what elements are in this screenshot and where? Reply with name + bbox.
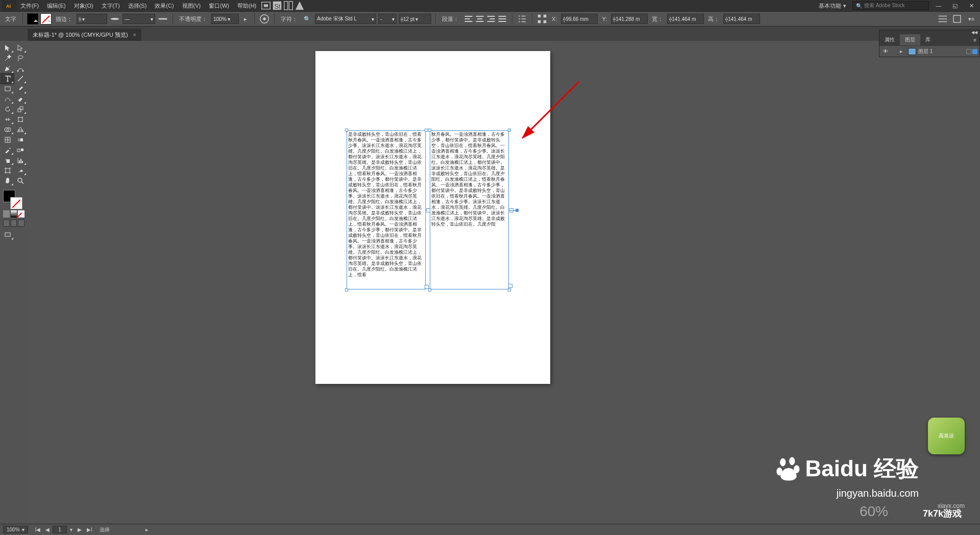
- scale-tool[interactable]: [14, 104, 27, 114]
- panel-menu-icon[interactable]: ≡: [970, 37, 979, 43]
- text-inport-2[interactable]: [426, 208, 430, 212]
- zoom-tool[interactable]: [14, 176, 27, 186]
- opacity-next-icon[interactable]: ▸: [241, 13, 250, 25]
- symbol-sprayer-tool[interactable]: [1, 155, 14, 165]
- panel-menu-icon[interactable]: ▾≡: [966, 13, 977, 25]
- font-family-select[interactable]: Adobe 宋体 Std L▾: [315, 14, 376, 24]
- line-tool[interactable]: [14, 74, 27, 84]
- text-frame-2[interactable]: 秋月春风。一壶浊酒喜相逢，古今多少事，都付笑谈中。是非成败转头空，青山依旧在，惯…: [430, 130, 509, 289]
- rectangle-tool[interactable]: [1, 84, 14, 94]
- variable-width-select[interactable]: —▾: [122, 14, 155, 24]
- text-outport-1[interactable]: [425, 285, 429, 289]
- selection-handle[interactable]: [425, 129, 428, 132]
- selection-tool[interactable]: [1, 43, 14, 53]
- x-input[interactable]: ⟠99.66 mm: [561, 14, 598, 24]
- eyedropper-tool[interactable]: [1, 145, 14, 155]
- layer-name[interactable]: 图层 1: [918, 48, 964, 55]
- free-transform-tool[interactable]: [14, 114, 27, 125]
- menu-edit[interactable]: 编辑(E): [43, 0, 70, 11]
- draw-normal[interactable]: [3, 220, 10, 227]
- menu-file[interactable]: 文件(F): [16, 0, 43, 11]
- document-tab[interactable]: 未标题-1* @ 100% (CMYK/GPU 预览) ×: [28, 29, 141, 41]
- nav-prev-icon[interactable]: ◀: [43, 527, 52, 532]
- align-justify-icon[interactable]: [497, 13, 508, 25]
- menu-help[interactable]: 帮助(H): [233, 0, 260, 11]
- selection-handle[interactable]: [508, 129, 511, 132]
- layer-target[interactable]: [966, 49, 977, 54]
- align-center-icon[interactable]: [474, 13, 485, 25]
- color-mode-gradient[interactable]: [11, 210, 17, 217]
- bridge-icon[interactable]: [260, 0, 272, 11]
- color-mode-solid[interactable]: [3, 210, 10, 217]
- gradient-tool[interactable]: [14, 135, 27, 145]
- stroke-swatch[interactable]: [40, 13, 52, 25]
- prefs-icon[interactable]: [937, 13, 948, 25]
- fill-swatch[interactable]: [27, 13, 38, 25]
- menu-object[interactable]: 对象(O): [70, 0, 97, 11]
- visibility-toggle-icon[interactable]: 👁: [881, 48, 890, 54]
- menu-type[interactable]: 文字(T): [97, 0, 124, 11]
- font-size-input[interactable]: ⟠12 pt▾: [399, 14, 431, 24]
- perspective-tool[interactable]: [14, 125, 27, 135]
- artboard-tool[interactable]: [1, 165, 14, 176]
- opacity-input[interactable]: 100%▾: [211, 14, 239, 24]
- align-right-icon[interactable]: [485, 13, 497, 25]
- y-input[interactable]: ⟠141.288 m: [611, 14, 648, 24]
- hand-tool[interactable]: [1, 176, 14, 186]
- brush-def-icon[interactable]: [157, 13, 168, 25]
- pen-tool[interactable]: [1, 63, 14, 74]
- nav-next-icon[interactable]: ▶: [76, 527, 84, 532]
- expand-icon[interactable]: ▸: [900, 48, 906, 54]
- h-input[interactable]: ⟠141.464 m: [723, 14, 760, 24]
- artboard-number-input[interactable]: 1: [53, 526, 67, 533]
- selection-handle[interactable]: [345, 129, 348, 132]
- direct-selection-tool[interactable]: [14, 43, 27, 53]
- align-left-icon[interactable]: [463, 13, 474, 25]
- slice-tool[interactable]: [14, 165, 27, 176]
- draw-behind[interactable]: [11, 220, 17, 227]
- makelist-icon[interactable]: [517, 13, 528, 25]
- curvature-tool[interactable]: [14, 63, 27, 74]
- text-frame-1[interactable]: 是非成败转头空，青山依旧在，惯看秋月春风。一壶浊酒喜相逢，古今多少事。滚滚长江东…: [347, 130, 426, 289]
- layer-row[interactable]: 👁 ▸ 图层 1: [879, 45, 979, 57]
- magic-wand-tool[interactable]: [1, 53, 14, 63]
- chevron-down-icon[interactable]: ▾: [68, 527, 75, 532]
- shape-builder-tool[interactable]: [1, 125, 14, 135]
- rotate-tool[interactable]: [1, 104, 14, 114]
- nav-last-icon[interactable]: ▶I: [85, 527, 94, 532]
- thread-end-handle[interactable]: [516, 209, 519, 212]
- paintbrush-tool[interactable]: [14, 84, 27, 94]
- close-icon[interactable]: ×: [133, 32, 136, 38]
- stepper-icon[interactable]: ⟠: [79, 16, 81, 22]
- char-search-icon[interactable]: 🔍: [302, 13, 313, 25]
- transform-panel-icon[interactable]: [536, 13, 548, 25]
- menu-effect[interactable]: 效果(C): [151, 0, 178, 11]
- chevron-down-icon[interactable]: ▾: [82, 16, 85, 22]
- w-input[interactable]: ⟠141.464 m: [667, 14, 704, 24]
- mesh-tool[interactable]: [1, 135, 14, 145]
- status-play-icon[interactable]: ▸: [145, 527, 148, 532]
- recolor-icon[interactable]: [259, 13, 270, 25]
- panel-collapse-icon[interactable]: ◀◀: [971, 30, 977, 34]
- window-minimize[interactable]: —: [932, 1, 945, 10]
- canvas[interactable]: 是非成败转头空，青山依旧在，惯看秋月春风。一壶浊酒喜相逢，古今多少事。滚滚长江东…: [28, 41, 980, 524]
- zoom-select[interactable]: 100% ▾: [3, 526, 28, 533]
- vstroke-profile-icon[interactable]: [109, 13, 120, 25]
- menu-select[interactable]: 选择(S): [124, 0, 151, 11]
- snap-icon[interactable]: [951, 13, 963, 25]
- blend-tool[interactable]: [14, 145, 27, 155]
- color-mode-none[interactable]: [18, 210, 24, 217]
- font-style-select[interactable]: -▾: [378, 14, 397, 24]
- lasso-tool[interactable]: [14, 53, 27, 63]
- panel-tab-properties[interactable]: 属性: [879, 34, 900, 45]
- shaper-tool[interactable]: [1, 94, 14, 104]
- stroke-width-input[interactable]: ⟠ ▾: [77, 14, 107, 24]
- selection-handle[interactable]: [345, 288, 348, 291]
- workspace-switcher[interactable]: 基本功能 ▾: [816, 2, 849, 10]
- graph-tool[interactable]: [14, 155, 27, 165]
- menu-window[interactable]: 窗口(W): [205, 0, 233, 11]
- panel-tab-libraries[interactable]: 库: [920, 34, 936, 45]
- color-proxy[interactable]: [1, 189, 27, 209]
- window-restore[interactable]: ◱: [948, 1, 962, 10]
- stock-icon[interactable]: St: [272, 0, 283, 11]
